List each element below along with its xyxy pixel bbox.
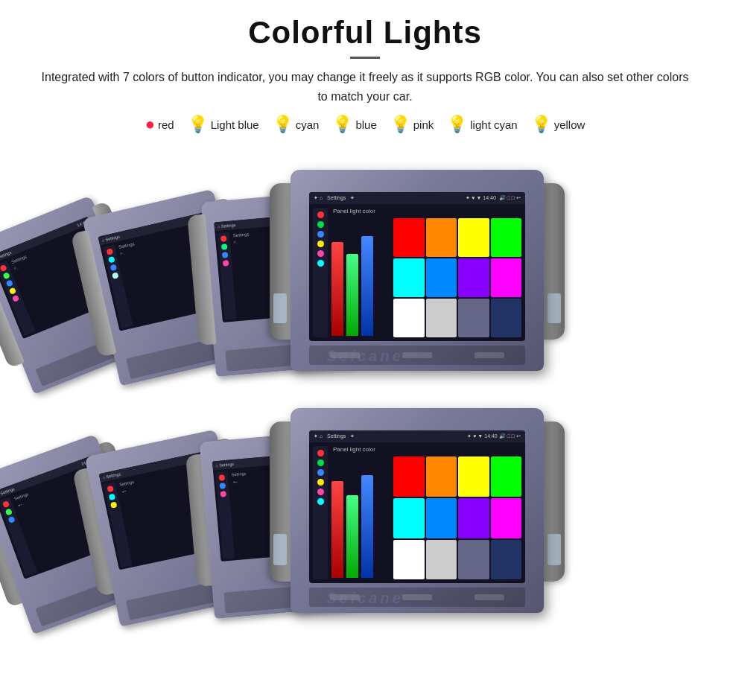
- color-item-pink: 💡 pink: [390, 116, 434, 133]
- car-unit-center: ✦ ⌂ Settings ✦ ✦ ♥ ▼ 14:40 🔊 □ □ ↩: [291, 170, 544, 371]
- color-label-yellow: yellow: [554, 118, 585, 131]
- page-container: Colorful Lights Integrated with 7 colors…: [0, 0, 730, 643]
- screen-header-left-3: ⌂ Settings: [217, 223, 235, 229]
- color-item-lightcyan: 💡 light cyan: [447, 116, 517, 133]
- title-section: Colorful Lights: [22, 15, 708, 59]
- full-screen-hdr-left: ✦ ⌂ Settings ✦: [314, 195, 355, 201]
- color-item-lightblue: 💡 Light blue: [188, 116, 259, 133]
- panel-label-b: Panel light color: [331, 446, 521, 453]
- color-item-red: ● red: [145, 116, 174, 133]
- color-label-lightblue: Light blue: [211, 118, 259, 131]
- full-screen-hdr-right: ✦ ♥ ▼ 14:40 🔊 □ □ ↩: [466, 195, 521, 201]
- color-label-lightcyan: light cyan: [470, 118, 517, 131]
- color-label-blue: blue: [355, 118, 376, 131]
- bulb-blue: 💡: [332, 116, 352, 133]
- color-label-cyan: cyan: [296, 118, 320, 131]
- color-indicators-row: ● red 💡 Light blue 💡 cyan 💡 blue 💡 pink …: [22, 116, 708, 133]
- bulb-pink: 💡: [390, 116, 410, 133]
- color-label-red: red: [158, 118, 174, 131]
- title-divider: [350, 57, 380, 59]
- description-text: Integrated with 7 colors of button indic…: [22, 68, 708, 106]
- full-screen-hdr-left-b: ✦ ⌂ Settings ✦: [314, 433, 355, 439]
- color-item-blue: 💡 blue: [332, 116, 376, 133]
- bulb-red: ●: [145, 116, 155, 133]
- bulb-lightcyan: 💡: [447, 116, 467, 133]
- full-screen-hdr-right-b: ✦ ♥ ▼ 14:40 🔊 □ □ ↩: [467, 433, 521, 439]
- panel-label: Panel light color: [331, 208, 521, 214]
- fan-section-top: ⌂ Settings 14:40: [22, 147, 708, 378]
- bulb-yellow: 💡: [531, 116, 551, 133]
- bulb-cyan: 💡: [273, 116, 293, 133]
- color-item-cyan: 💡 cyan: [273, 116, 320, 133]
- fan-section-bottom: ⌂ Settings 14:40 Settings: [22, 382, 708, 620]
- bulb-lightblue: 💡: [188, 116, 208, 133]
- color-item-yellow: 💡 yellow: [531, 116, 585, 133]
- car-unit-center-bottom: ✦ ⌂ Settings ✦ ✦ ♥ ▼ 14:40 🔊 □ □ ↩: [291, 408, 544, 613]
- color-label-pink: pink: [413, 118, 434, 131]
- page-title: Colorful Lights: [22, 15, 708, 51]
